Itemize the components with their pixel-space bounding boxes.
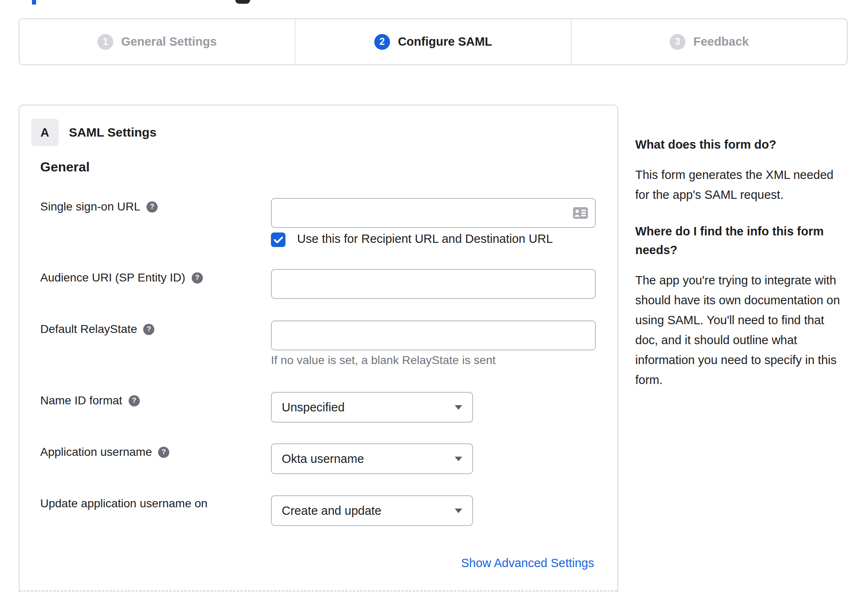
step-label: General Settings xyxy=(121,35,217,49)
step-number-badge: 3 xyxy=(670,34,685,50)
field-label-text: Audience URI (SP Entity ID) xyxy=(40,271,185,284)
field-label-text: Default RelayState xyxy=(40,323,137,336)
step-number-badge: 2 xyxy=(374,34,390,50)
wizard-stepper: 1 General Settings 2 Configure SAML 3 Fe… xyxy=(19,18,848,65)
group-heading-general: General xyxy=(40,159,90,175)
field-label-text: Single sign-on URL xyxy=(40,200,140,213)
help-sidebar: What does this form do? This form genera… xyxy=(635,135,849,407)
sidebar-question-title: Where do I find the info this form needs… xyxy=(635,222,849,259)
field-label-text: Application username xyxy=(40,445,152,459)
application-username-label: Application username ? xyxy=(40,445,169,459)
section-divider xyxy=(20,590,617,592)
cutoff-blue-artifact xyxy=(32,0,36,5)
chevron-down-icon xyxy=(455,457,462,461)
name-id-format-label: Name ID format ? xyxy=(40,394,140,407)
step-feedback[interactable]: 3 Feedback xyxy=(571,19,847,64)
audience-uri-input[interactable] xyxy=(271,269,596,299)
help-icon[interactable]: ? xyxy=(129,395,140,406)
help-icon[interactable]: ? xyxy=(146,201,158,213)
section-title: SAML Settings xyxy=(69,125,156,139)
select-value: Unspecified xyxy=(282,401,345,414)
show-advanced-settings-link[interactable]: Show Advanced Settings xyxy=(461,556,594,570)
use-for-recipient-checkbox-label: Use this for Recipient URL and Destinati… xyxy=(297,232,553,246)
help-icon[interactable]: ? xyxy=(192,272,203,284)
chevron-down-icon xyxy=(455,509,462,513)
help-icon[interactable]: ? xyxy=(158,447,169,458)
single-sign-on-url-input[interactable] xyxy=(271,198,596,228)
use-for-recipient-checkbox[interactable] xyxy=(271,232,285,247)
application-username-select[interactable]: Okta username xyxy=(271,443,473,474)
select-value: Create and update xyxy=(282,504,381,518)
update-app-username-select[interactable]: Create and update xyxy=(271,495,473,526)
field-label-text: Update application username on xyxy=(40,497,207,510)
sidebar-question-title: What does this form do? xyxy=(635,135,849,154)
update-app-username-label: Update application username on xyxy=(40,497,207,510)
relaystate-hint: If no value is set, a blank RelayState i… xyxy=(271,354,496,367)
cutoff-dark-artifact xyxy=(235,0,250,4)
name-id-format-select[interactable]: Unspecified xyxy=(271,392,473,423)
select-value: Okta username xyxy=(282,452,364,466)
step-number-badge: 1 xyxy=(98,34,113,50)
sidebar-question-body: The app you're trying to integrate with … xyxy=(635,270,849,390)
step-configure-saml[interactable]: 2 Configure SAML xyxy=(295,19,571,64)
help-icon[interactable]: ? xyxy=(143,324,154,335)
audience-uri-label: Audience URI (SP Entity ID) ? xyxy=(40,271,203,284)
saml-settings-panel: A SAML Settings General Single sign-on U… xyxy=(19,105,618,592)
step-general-settings[interactable]: 1 General Settings xyxy=(20,19,295,64)
section-badge: A xyxy=(31,119,59,146)
check-icon xyxy=(274,236,283,244)
configure-saml-page: 1 General Settings 2 Configure SAML 3 Fe… xyxy=(0,0,868,592)
sidebar-question-body: This form generates the XML needed for t… xyxy=(635,165,849,205)
step-label: Configure SAML xyxy=(398,35,492,49)
chevron-down-icon xyxy=(455,405,462,410)
step-label: Feedback xyxy=(693,35,749,49)
default-relaystate-input[interactable] xyxy=(271,320,596,350)
single-sign-on-url-label: Single sign-on URL ? xyxy=(40,200,158,213)
contact-card-icon xyxy=(573,207,588,219)
field-label-text: Name ID format xyxy=(40,394,122,407)
default-relaystate-label: Default RelayState ? xyxy=(40,323,154,336)
